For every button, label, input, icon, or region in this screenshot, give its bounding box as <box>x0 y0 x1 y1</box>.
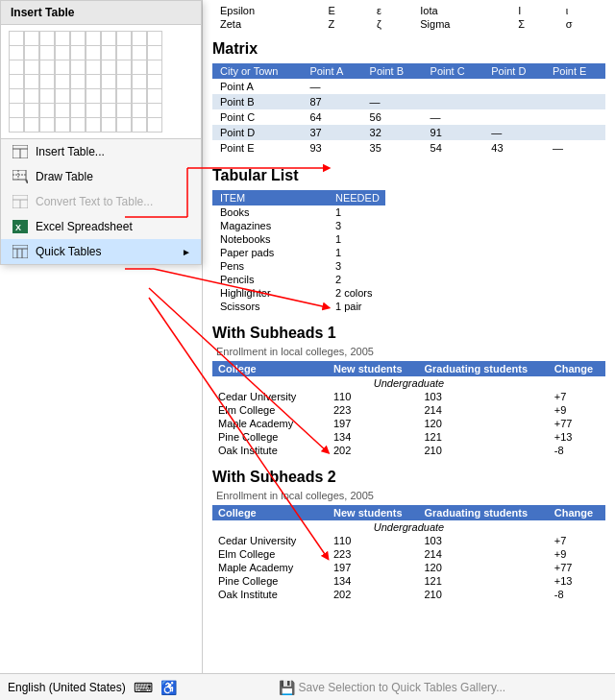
grid-cell[interactable] <box>116 45 132 60</box>
table-cell: 3 <box>328 259 385 273</box>
grid-cell[interactable] <box>55 31 70 46</box>
grid-cell[interactable] <box>147 31 162 46</box>
grid-cell[interactable] <box>70 103 86 118</box>
grid-cell[interactable] <box>70 31 86 46</box>
grid-cell[interactable] <box>132 60 147 75</box>
table-cell: 103 <box>418 534 548 547</box>
table-header-row: College New students Graduating students… <box>212 505 605 520</box>
grid-cell[interactable] <box>101 45 116 60</box>
grid-cell[interactable] <box>116 117 132 133</box>
menu-item-draw-table[interactable]: Draw Table <box>1 164 201 189</box>
grid-cell[interactable] <box>9 31 24 46</box>
grid-cell[interactable] <box>55 88 70 104</box>
grid-cell[interactable] <box>70 74 86 89</box>
grid-cell[interactable] <box>55 103 70 118</box>
grid-cell[interactable] <box>9 117 24 133</box>
grid-cell[interactable] <box>116 31 132 46</box>
grid-cell[interactable] <box>39 117 55 133</box>
grid-cell[interactable] <box>86 60 101 75</box>
menu-item-quick-tables[interactable]: Quick Tables ► <box>1 239 201 264</box>
grid-cell[interactable] <box>39 74 55 89</box>
table-cell: Pencils <box>212 273 328 286</box>
grid-cell[interactable] <box>147 60 162 75</box>
list-item: Notebooks1 <box>212 232 605 246</box>
grid-cell[interactable] <box>70 88 86 104</box>
grid-cell[interactable] <box>86 117 101 133</box>
table-cell: 54 <box>423 140 484 156</box>
grid-cell[interactable] <box>24 117 39 133</box>
grid-cell[interactable] <box>24 88 39 104</box>
grid-cell[interactable] <box>39 45 55 60</box>
table-cell: 93 <box>302 140 361 156</box>
grid-cell[interactable] <box>101 60 116 75</box>
grid-cell[interactable] <box>39 103 55 118</box>
grid-cell[interactable] <box>147 74 162 89</box>
grid-cell[interactable] <box>147 88 162 104</box>
table-cell: 214 <box>418 403 548 417</box>
grid-cell[interactable] <box>132 103 147 118</box>
grid-cell[interactable] <box>116 88 132 104</box>
grid-cell[interactable] <box>116 74 132 89</box>
grid-cell[interactable] <box>116 103 132 118</box>
status-bar-center[interactable]: 💾 Save Selection to Quick Tables Gallery… <box>177 680 607 695</box>
grid-cell[interactable] <box>101 103 116 118</box>
grid-cell[interactable] <box>86 103 101 118</box>
grid-cell[interactable] <box>55 74 70 89</box>
grid-cell[interactable] <box>147 45 162 60</box>
grid-cell[interactable] <box>24 45 39 60</box>
table-cell: 64 <box>302 109 361 125</box>
table-cell: Highlighter <box>212 286 328 300</box>
table-row: Undergraduate <box>212 376 605 390</box>
table-cell: 2 colors <box>328 286 385 300</box>
menu-item-insert-table[interactable]: Insert Table... <box>1 139 201 164</box>
grid-cell[interactable] <box>9 88 24 104</box>
table-cell: Scissors <box>212 300 328 313</box>
grid-cell[interactable] <box>147 117 162 133</box>
table-row: Undergraduate <box>212 520 605 534</box>
grid-cell[interactable] <box>39 88 55 104</box>
grid-cell[interactable] <box>9 103 24 118</box>
column-header: Point C <box>423 63 484 79</box>
grid-cell[interactable] <box>86 88 101 104</box>
grid-cell[interactable] <box>24 103 39 118</box>
grid-cell[interactable] <box>101 88 116 104</box>
table-header-row: College New students Graduating students… <box>212 361 605 376</box>
grid-cell[interactable] <box>132 88 147 104</box>
table-grid[interactable] <box>1 25 201 138</box>
grid-cell[interactable] <box>132 31 147 46</box>
grid-cell[interactable] <box>39 60 55 75</box>
grid-cell[interactable] <box>116 60 132 75</box>
column-header: Point D <box>483 63 545 79</box>
grid-cell[interactable] <box>70 45 86 60</box>
grid-cell[interactable] <box>55 117 70 133</box>
grid-cell[interactable] <box>55 60 70 75</box>
grid-cell[interactable] <box>55 45 70 60</box>
grid-cell[interactable] <box>101 74 116 89</box>
grid-cell[interactable] <box>86 74 101 89</box>
grid-cell[interactable] <box>132 45 147 60</box>
panel-title: Insert Table <box>1 1 201 25</box>
table-cell <box>483 79 545 94</box>
grid-cell[interactable] <box>70 60 86 75</box>
grid-cell[interactable] <box>86 31 101 46</box>
grid-cell[interactable] <box>132 74 147 89</box>
table-row: Point E93355443— <box>212 140 605 156</box>
tabular-rows: Books1Magazines3Notebooks1Paper pads1Pen… <box>212 205 605 313</box>
grid-cell[interactable] <box>9 45 24 60</box>
menu-item-excel[interactable]: X Excel Spreadsheet <box>1 214 201 239</box>
save-to-gallery-label[interactable]: Save Selection to Quick Tables Gallery..… <box>299 681 506 694</box>
grid-cell[interactable] <box>39 31 55 46</box>
table-cell: 110 <box>328 390 418 403</box>
grid-cell[interactable] <box>70 117 86 133</box>
grid-cell[interactable] <box>101 31 116 46</box>
grid-cell[interactable] <box>9 60 24 75</box>
grid-cell[interactable] <box>24 74 39 89</box>
grid-cell[interactable] <box>132 117 147 133</box>
grid-cell[interactable] <box>24 60 39 75</box>
grid-cell[interactable] <box>24 31 39 46</box>
grid-cell[interactable] <box>147 103 162 118</box>
grid-cell[interactable] <box>86 45 101 60</box>
table-cell: Elm College <box>212 403 328 417</box>
grid-cell[interactable] <box>9 74 24 89</box>
grid-cell[interactable] <box>101 117 116 133</box>
